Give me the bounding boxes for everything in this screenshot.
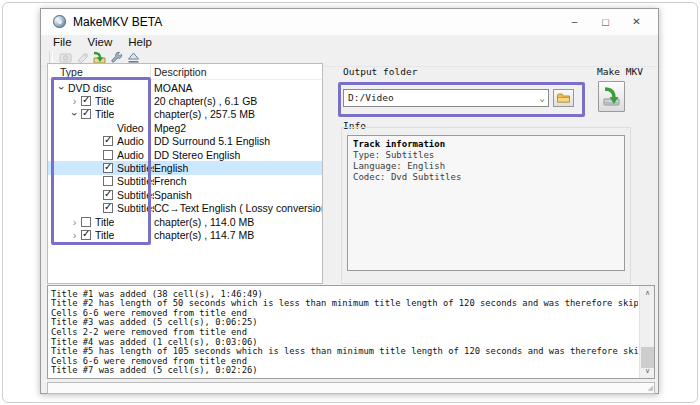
log-output[interactable]: Cells 6-6 were removed from title endTit… bbox=[47, 285, 655, 379]
column-header-description[interactable]: Description bbox=[154, 66, 207, 78]
menubar: FileViewHelp bbox=[45, 35, 445, 50]
log-scrollbar[interactable]: ∧ ∨ bbox=[639, 286, 654, 378]
resize-grip-icon[interactable]: ◢ bbox=[648, 383, 653, 393]
info-line: Language: English bbox=[353, 161, 619, 172]
maximize-button[interactable]: □ bbox=[590, 9, 621, 35]
title-bar[interactable]: MakeMKV BETA –□✕ bbox=[41, 9, 658, 35]
screenshot: MakeMKV BETA –□✕ FileViewHelp bbox=[0, 0, 700, 405]
tree-description: MOANA bbox=[154, 82, 322, 94]
tree-description: DD Surround 5.1 English bbox=[154, 135, 322, 147]
settings-wrench-icon bbox=[110, 51, 123, 64]
eject-icon bbox=[127, 51, 140, 64]
window-title: MakeMKV BETA bbox=[73, 15, 162, 29]
log-line: Title #7 was added (5 cell(s), 0:02:26) bbox=[51, 366, 638, 376]
toolbar bbox=[49, 50, 140, 64]
tree-description: chapter(s) , 114.0 MB bbox=[154, 216, 322, 228]
close-button[interactable]: ✕ bbox=[621, 9, 652, 35]
tree-description: Spanish bbox=[154, 189, 322, 201]
makemkv-window: MakeMKV BETA –□✕ FileViewHelp bbox=[40, 8, 659, 394]
info-lines: Type: SubtitlesLanguage: EnglishCodec: D… bbox=[353, 150, 619, 183]
make-mkv-label: Make MKV bbox=[591, 66, 649, 77]
tree-description: CC→Text English ( Lossy conversion ) bbox=[154, 202, 322, 214]
annotation-box-tree bbox=[51, 77, 151, 245]
tree-description: 20 chapter(s) , 6.1 GB bbox=[154, 95, 322, 107]
info-line: Codec: Dvd Subtitles bbox=[353, 172, 619, 183]
menu-view[interactable]: View bbox=[80, 35, 121, 50]
annotation-box-output-folder bbox=[338, 82, 585, 117]
eject-button[interactable] bbox=[126, 51, 140, 64]
info-title: Track information bbox=[353, 139, 619, 150]
status-strip: ◢ bbox=[47, 382, 655, 394]
column-separator[interactable] bbox=[150, 65, 151, 78]
open-files-button[interactable] bbox=[58, 51, 72, 64]
info-box: Track information Type: SubtitlesLanguag… bbox=[347, 135, 625, 271]
make-mkv-icon bbox=[601, 86, 622, 107]
info-line: Type: Subtitles bbox=[353, 150, 619, 161]
menu-help[interactable]: Help bbox=[120, 35, 160, 50]
settings-button[interactable] bbox=[109, 51, 123, 64]
tree-description: DD Stereo English bbox=[154, 149, 322, 161]
tree-description: English bbox=[154, 162, 322, 174]
tree-description: chapter(s) , 257.5 MB bbox=[154, 108, 322, 120]
output-folder-label: Output folder bbox=[343, 66, 417, 77]
scroll-up-icon[interactable]: ∧ bbox=[640, 286, 655, 300]
backup-disc-icon bbox=[76, 51, 89, 64]
minimize-button[interactable]: – bbox=[559, 9, 590, 35]
menu-file[interactable]: File bbox=[45, 35, 80, 50]
backup-disc-button[interactable] bbox=[75, 51, 89, 64]
tree-description: Mpeg2 bbox=[154, 122, 322, 134]
make-mkv-button[interactable] bbox=[598, 81, 625, 112]
scroll-down-icon[interactable]: ∨ bbox=[640, 364, 655, 378]
tree-description: chapter(s) , 114.7 MB bbox=[154, 229, 322, 241]
makemkv-app-icon bbox=[53, 15, 66, 28]
save-mkv-button[interactable] bbox=[92, 51, 106, 64]
log-lines: Cells 6-6 were removed from title endTit… bbox=[51, 287, 638, 376]
tree-description: French bbox=[154, 175, 322, 187]
save-mkv-icon bbox=[92, 51, 106, 64]
open-files-icon bbox=[59, 51, 72, 64]
window-controls: –□✕ bbox=[559, 9, 652, 35]
